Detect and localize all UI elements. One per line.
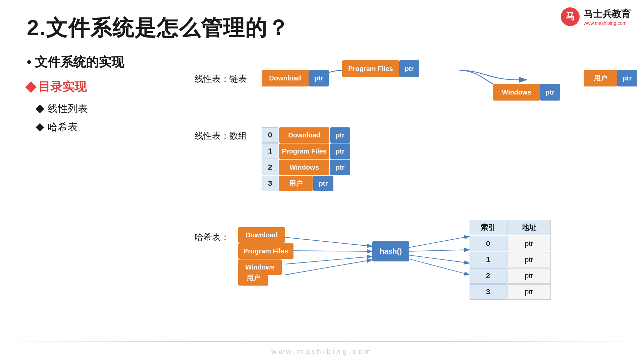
sub-item-linear: 线性列表 bbox=[37, 102, 181, 116]
hash-row-3-index: 3 bbox=[470, 284, 506, 300]
sub-items: 线性列表 哈希表 bbox=[37, 102, 181, 134]
sub-item-hash: 哈希表 bbox=[37, 120, 181, 134]
array-ptr-0: ptr bbox=[330, 127, 350, 143]
diagram-area: 线性表：链表 Download ptr Program Files ptr Wi… bbox=[195, 50, 617, 332]
hash-row-0-index: 0 bbox=[470, 236, 506, 251]
array-download: Download bbox=[279, 127, 329, 143]
watermark: www.mashibing.com bbox=[271, 347, 373, 356]
hash-input-download: Download bbox=[238, 227, 285, 243]
array-programfiles: Program Files bbox=[279, 143, 329, 159]
svg-line-10 bbox=[406, 258, 470, 275]
logo-url: www.mashibing.com bbox=[584, 20, 627, 26]
svg-line-8 bbox=[406, 250, 470, 251]
hash-row-0-ptr: ptr bbox=[507, 236, 551, 251]
left-panel: 文件系统的实现 目录实现 线性列表 哈希表 bbox=[27, 54, 181, 139]
svg-line-9 bbox=[406, 255, 470, 263]
label-hash: 哈希表： bbox=[195, 231, 229, 243]
windows-linked-node: Windows bbox=[493, 84, 540, 101]
svg-line-4 bbox=[292, 251, 372, 251]
svg-line-6 bbox=[285, 260, 372, 275]
hash-row-1-index: 1 bbox=[470, 252, 506, 267]
svg-line-5 bbox=[285, 256, 372, 264]
svg-text:马: 马 bbox=[566, 11, 575, 21]
programfiles-ptr: ptr bbox=[399, 60, 419, 77]
table-header-addr: 地址 bbox=[507, 220, 551, 235]
hash-row-2-index: 2 bbox=[470, 268, 506, 284]
diamond-icon-3 bbox=[36, 123, 44, 131]
hash-row-1-ptr: ptr bbox=[507, 252, 551, 267]
page-title: 2.文件系统是怎么管理的？ bbox=[27, 13, 289, 43]
hash-input-user: 用户 bbox=[238, 270, 268, 286]
hash-func: hash() bbox=[372, 241, 409, 261]
programfiles-linked-node: Program Files bbox=[342, 60, 399, 77]
logo-icon: 马 bbox=[560, 7, 580, 27]
bottom-line bbox=[0, 341, 644, 342]
diamond-icon bbox=[25, 81, 37, 93]
logo-area: 马 马士兵教育 www.mashibing.com bbox=[560, 7, 631, 27]
logo-name: 马士兵教育 bbox=[584, 8, 631, 20]
array-index-3: 3 bbox=[262, 176, 278, 191]
array-ptr-2: ptr bbox=[330, 160, 350, 175]
logo-text: 马士兵教育 www.mashibing.com bbox=[584, 8, 631, 26]
array-windows: Windows bbox=[279, 160, 329, 175]
svg-line-3 bbox=[285, 237, 372, 246]
main-section-title: 文件系统的实现 bbox=[27, 54, 181, 71]
array-ptr-3: ptr bbox=[313, 176, 333, 191]
array-ptr-1: ptr bbox=[330, 143, 350, 159]
user-ptr: ptr bbox=[617, 70, 637, 86]
label-linked-list: 线性表：链表 bbox=[195, 73, 247, 85]
download-ptr: ptr bbox=[309, 70, 329, 86]
array-index-0: 0 bbox=[262, 127, 278, 143]
svg-line-7 bbox=[406, 236, 470, 248]
hash-row-3-ptr: ptr bbox=[507, 284, 551, 300]
windows-ptr: ptr bbox=[540, 84, 560, 101]
table-header-index: 索引 bbox=[470, 220, 506, 235]
label-array: 线性表：数组 bbox=[195, 130, 247, 142]
user-linked-node: 用户 bbox=[584, 70, 617, 86]
hash-input-programfiles: Program Files bbox=[238, 243, 293, 259]
array-user: 用户 bbox=[279, 176, 313, 191]
diamond-icon-2 bbox=[36, 105, 44, 113]
highlight-title: 目录实现 bbox=[27, 79, 181, 95]
download-linked-node: Download bbox=[262, 70, 309, 86]
array-index-2: 2 bbox=[262, 160, 278, 175]
array-index-1: 1 bbox=[262, 143, 278, 159]
hash-row-2-ptr: ptr bbox=[507, 268, 551, 284]
